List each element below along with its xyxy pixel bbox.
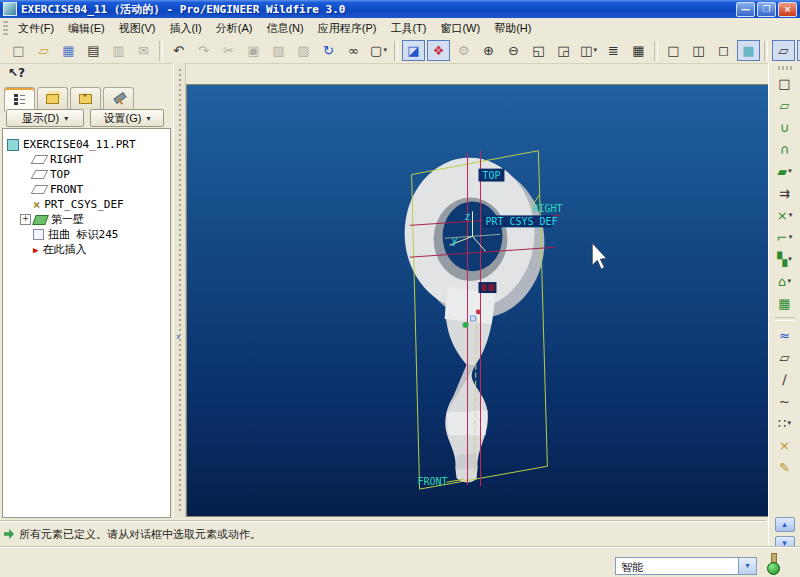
curve-tool[interactable]: ~	[773, 390, 797, 412]
context-help-icon[interactable]: ↖?	[8, 66, 25, 80]
tree-item-insert-here[interactable]: 在此插入	[3, 242, 170, 257]
wireframe-button[interactable]: □	[662, 40, 685, 61]
pick-window-button[interactable]: ◪	[402, 40, 425, 61]
rip-tool[interactable]: ⇉	[773, 182, 797, 204]
favorites-tab[interactable]	[70, 87, 101, 110]
menu-tools[interactable]: 工具(T)	[383, 19, 433, 38]
tree-item-right[interactable]: RIGHT	[3, 152, 170, 167]
model-tree-icon	[14, 94, 25, 106]
menu-applications[interactable]: 应用程序(P)	[311, 19, 384, 38]
zoom-out-button[interactable]: ⊖	[502, 40, 525, 61]
corner-relief-tool[interactable]: ▚▾	[773, 248, 797, 270]
expand-toggle[interactable]: +	[20, 214, 31, 225]
restore-button[interactable]: ❐	[757, 2, 776, 17]
shaded-button[interactable]: ■	[737, 40, 760, 61]
view-manager-button[interactable]: ▦	[627, 40, 650, 61]
menu-insert[interactable]: 插入(I)	[162, 19, 208, 38]
tree-item-first-wall[interactable]: + 第一壁	[3, 212, 170, 227]
datum-axis-tool[interactable]: ∕	[773, 368, 797, 390]
regenerate-button[interactable]: ↻	[317, 40, 340, 61]
tree-item-twist[interactable]: 扭曲 标识245	[3, 227, 170, 242]
minimize-button[interactable]: —	[736, 2, 755, 17]
front-label[interactable]: FRONT	[418, 476, 448, 487]
sash-collapse-icon[interactable]: ›	[176, 331, 180, 342]
chevron-down-icon[interactable]: ▾	[738, 558, 756, 574]
filter-bar: 智能 ▾	[0, 546, 800, 577]
tree-item-top[interactable]: TOP	[3, 167, 170, 182]
menu-analysis[interactable]: 分析(A)	[209, 19, 260, 38]
dropdown-caret[interactable]: ▾	[383, 41, 387, 60]
sketched-curve-tool[interactable]: ≈	[773, 324, 797, 346]
close-button[interactable]: ×	[778, 2, 797, 17]
dropdown-caret[interactable]: ▾	[788, 250, 792, 269]
dropdown-caret[interactable]: ▾	[789, 206, 793, 225]
swept-wall-tool[interactable]: ∪	[773, 116, 797, 138]
dropdown-caret[interactable]: ▾	[788, 162, 792, 181]
find-button[interactable]: ∞	[342, 40, 365, 61]
datum-plane-tool[interactable]: ▱	[773, 346, 797, 368]
menu-view[interactable]: 视图(V)	[112, 19, 163, 38]
menu-edit[interactable]: 编辑(E)	[61, 19, 112, 38]
tools-icon	[113, 93, 125, 105]
extrude-tool[interactable]: □	[773, 72, 797, 94]
dropdown-caret[interactable]: ▾	[789, 228, 793, 247]
undo-button[interactable]: ↶	[167, 40, 190, 61]
connections-tab[interactable]	[103, 87, 134, 110]
flat-pattern-tool[interactable]: ▦	[773, 292, 797, 314]
refit-button[interactable]: ◱	[527, 40, 550, 61]
display-dropdown-button[interactable]: 显示(D)▾	[6, 109, 84, 127]
new-file-button[interactable]: □	[7, 40, 30, 61]
layers-button[interactable]: ≣	[602, 40, 625, 61]
tree-item-part[interactable]: EXERCISE04_11.PRT	[3, 137, 170, 152]
no-hidden-button[interactable]: ◻	[712, 40, 735, 61]
hidden-line-button[interactable]: ◫	[687, 40, 710, 61]
menu-info[interactable]: 信息(N)	[259, 19, 310, 38]
reorient-button[interactable]: ◲	[552, 40, 575, 61]
zoom-in-button[interactable]: ⊕	[477, 40, 500, 61]
main-toolbar: □▱▦▤▥✉↶↷✂▣▧▨↻∞▢▾◪❖⚙⊕⊖◱◲◫▾≣▦□◫◻■▱∕∷×	[0, 38, 800, 64]
tree-item-front[interactable]: FRONT	[3, 182, 170, 197]
form-tool[interactable]: ⌂▾	[773, 270, 797, 292]
smart-pointer-button[interactable]: ❖	[427, 40, 450, 61]
folder-browser-tab[interactable]	[37, 87, 68, 110]
filter-status-icon	[766, 553, 780, 575]
scroll-up-button[interactable]: ▴	[775, 517, 795, 532]
dropdown-caret[interactable]: ▾	[593, 41, 597, 60]
cut-button: ✂	[217, 40, 240, 61]
settings-dropdown-button[interactable]: 设置(G)▾	[90, 109, 164, 127]
sketch-tool[interactable]: ✎	[773, 456, 797, 478]
wall-options-tool[interactable]: ▰▾	[773, 160, 797, 182]
save-button[interactable]: ▦	[57, 40, 80, 61]
tree-item-csys[interactable]: PRT_CSYS_DEF	[3, 197, 170, 212]
graphics-viewport[interactable]: z y TOP RIGHT PRT_CSYS_DEF FRONT	[186, 84, 768, 517]
dropdown-caret[interactable]: ▾	[787, 272, 791, 291]
plane-icon	[31, 185, 49, 194]
menu-bar: 文件(F)编辑(E)视图(V)插入(I)分析(A)信息(N)应用程序(P)工具(…	[0, 18, 800, 39]
saved-views-button[interactable]: ◫▾	[577, 40, 600, 61]
datum-plane-toggle[interactable]: ▱	[772, 40, 795, 61]
menu-help[interactable]: 帮助(H)	[487, 19, 538, 38]
dropdown-caret[interactable]: ▾	[787, 414, 791, 433]
mail-button: ✉	[132, 40, 155, 61]
select-items-button[interactable]: ▢▾	[367, 40, 390, 61]
navigator-sash[interactable]: ›	[173, 63, 186, 517]
datum-point-tool[interactable]: ∷▾	[773, 412, 797, 434]
menu-window[interactable]: 窗口(W)	[433, 19, 487, 38]
csys-tool[interactable]: ×	[773, 434, 797, 456]
print-button[interactable]: ▤	[82, 40, 105, 61]
insert-icon	[33, 243, 38, 256]
right-label[interactable]: RIGHT	[532, 203, 562, 214]
blend-wall-tool[interactable]: ∩	[773, 138, 797, 160]
separator	[159, 41, 163, 61]
top-label[interactable]: TOP	[482, 170, 500, 181]
open-button[interactable]: ▱	[32, 40, 55, 61]
feature-toolbar: □▱∪∩▰▾⇉×▾⌐▾▚▾⌂▾▦≈▱∕~∷▾×✎ ▴ ▾	[768, 63, 800, 555]
selection-filter-combobox[interactable]: 智能 ▾	[615, 557, 757, 575]
flat-wall-tool[interactable]: ▱	[773, 94, 797, 116]
bend-tool[interactable]: ×▾	[773, 204, 797, 226]
status-message: 所有元素已定义。请从对话框中选取元素或动作。	[19, 527, 261, 542]
csys-label[interactable]: PRT_CSYS_DEF	[485, 216, 557, 228]
separator	[394, 41, 398, 61]
unbend-tool[interactable]: ⌐▾	[773, 226, 797, 248]
menu-file[interactable]: 文件(F)	[11, 19, 61, 38]
